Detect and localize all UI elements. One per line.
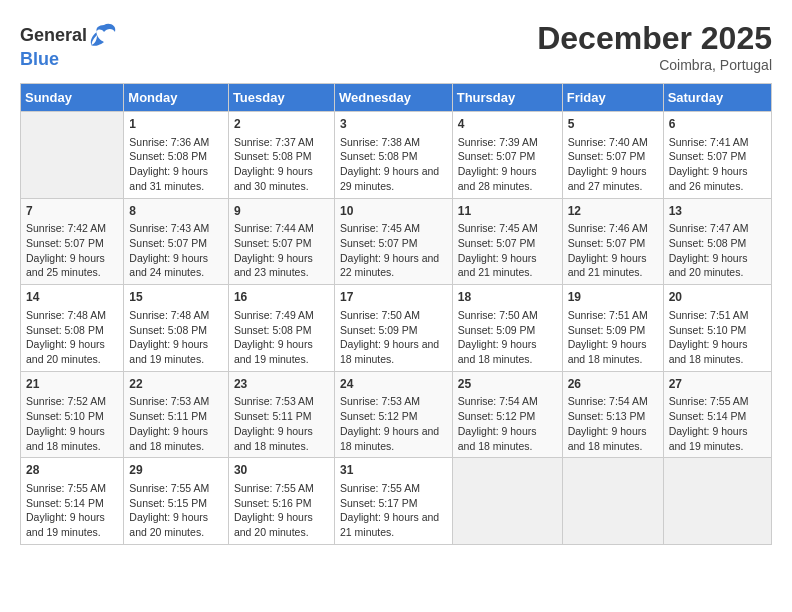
sunset: Sunset: 5:10 PM: [669, 324, 747, 336]
sunset: Sunset: 5:12 PM: [458, 410, 536, 422]
day-cell: [452, 458, 562, 545]
daylight: Daylight: 9 hours and 21 minutes.: [458, 252, 537, 279]
sunset: Sunset: 5:13 PM: [568, 410, 646, 422]
day-cell: 1Sunrise: 7:36 AMSunset: 5:08 PMDaylight…: [124, 112, 229, 199]
sunset: Sunset: 5:10 PM: [26, 410, 104, 422]
day-number: 7: [26, 203, 118, 220]
day-cell: 26Sunrise: 7:54 AMSunset: 5:13 PMDayligh…: [562, 371, 663, 458]
day-cell: 27Sunrise: 7:55 AMSunset: 5:14 PMDayligh…: [663, 371, 771, 458]
day-cell: 25Sunrise: 7:54 AMSunset: 5:12 PMDayligh…: [452, 371, 562, 458]
sunrise: Sunrise: 7:38 AM: [340, 136, 420, 148]
sunrise: Sunrise: 7:45 AM: [458, 222, 538, 234]
subtitle: Coimbra, Portugal: [537, 57, 772, 73]
day-number: 14: [26, 289, 118, 306]
sunset: Sunset: 5:08 PM: [340, 150, 418, 162]
day-cell: 30Sunrise: 7:55 AMSunset: 5:16 PMDayligh…: [228, 458, 334, 545]
sunrise: Sunrise: 7:42 AM: [26, 222, 106, 234]
day-cell: 22Sunrise: 7:53 AMSunset: 5:11 PMDayligh…: [124, 371, 229, 458]
daylight: Daylight: 9 hours and 21 minutes.: [340, 511, 439, 538]
day-number: 21: [26, 376, 118, 393]
sunrise: Sunrise: 7:51 AM: [568, 309, 648, 321]
day-cell: 15Sunrise: 7:48 AMSunset: 5:08 PMDayligh…: [124, 285, 229, 372]
logo-blue: Blue: [20, 49, 59, 69]
daylight: Daylight: 9 hours and 30 minutes.: [234, 165, 313, 192]
daylight: Daylight: 9 hours and 19 minutes.: [234, 338, 313, 365]
daylight: Daylight: 9 hours and 18 minutes.: [568, 338, 647, 365]
day-cell: 10Sunrise: 7:45 AMSunset: 5:07 PMDayligh…: [334, 198, 452, 285]
daylight: Daylight: 9 hours and 20 minutes.: [26, 338, 105, 365]
col-header-thursday: Thursday: [452, 84, 562, 112]
sunrise: Sunrise: 7:55 AM: [234, 482, 314, 494]
sunrise: Sunrise: 7:46 AM: [568, 222, 648, 234]
week-row-3: 14Sunrise: 7:48 AMSunset: 5:08 PMDayligh…: [21, 285, 772, 372]
day-cell: [21, 112, 124, 199]
sunrise: Sunrise: 7:55 AM: [26, 482, 106, 494]
day-number: 18: [458, 289, 557, 306]
daylight: Daylight: 9 hours and 18 minutes.: [669, 338, 748, 365]
sunrise: Sunrise: 7:50 AM: [458, 309, 538, 321]
sunset: Sunset: 5:17 PM: [340, 497, 418, 509]
daylight: Daylight: 9 hours and 19 minutes.: [26, 511, 105, 538]
day-number: 22: [129, 376, 223, 393]
day-cell: 5Sunrise: 7:40 AMSunset: 5:07 PMDaylight…: [562, 112, 663, 199]
daylight: Daylight: 9 hours and 18 minutes.: [26, 425, 105, 452]
sunset: Sunset: 5:11 PM: [129, 410, 207, 422]
calendar-table: SundayMondayTuesdayWednesdayThursdayFrid…: [20, 83, 772, 545]
sunset: Sunset: 5:07 PM: [340, 237, 418, 249]
daylight: Daylight: 9 hours and 18 minutes.: [568, 425, 647, 452]
sunrise: Sunrise: 7:54 AM: [458, 395, 538, 407]
day-cell: 17Sunrise: 7:50 AMSunset: 5:09 PMDayligh…: [334, 285, 452, 372]
daylight: Daylight: 9 hours and 18 minutes.: [340, 338, 439, 365]
sunrise: Sunrise: 7:47 AM: [669, 222, 749, 234]
sunrise: Sunrise: 7:53 AM: [340, 395, 420, 407]
daylight: Daylight: 9 hours and 18 minutes.: [458, 338, 537, 365]
day-number: 30: [234, 462, 329, 479]
sunset: Sunset: 5:07 PM: [568, 150, 646, 162]
daylight: Daylight: 9 hours and 20 minutes.: [669, 252, 748, 279]
day-cell: 12Sunrise: 7:46 AMSunset: 5:07 PMDayligh…: [562, 198, 663, 285]
sunrise: Sunrise: 7:39 AM: [458, 136, 538, 148]
logo-general: General: [20, 26, 87, 44]
sunrise: Sunrise: 7:55 AM: [129, 482, 209, 494]
day-number: 5: [568, 116, 658, 133]
daylight: Daylight: 9 hours and 25 minutes.: [26, 252, 105, 279]
day-number: 15: [129, 289, 223, 306]
col-header-monday: Monday: [124, 84, 229, 112]
sunrise: Sunrise: 7:40 AM: [568, 136, 648, 148]
day-cell: 11Sunrise: 7:45 AMSunset: 5:07 PMDayligh…: [452, 198, 562, 285]
sunset: Sunset: 5:07 PM: [129, 237, 207, 249]
sunset: Sunset: 5:07 PM: [234, 237, 312, 249]
sunrise: Sunrise: 7:41 AM: [669, 136, 749, 148]
col-header-sunday: Sunday: [21, 84, 124, 112]
sunset: Sunset: 5:08 PM: [26, 324, 104, 336]
day-number: 11: [458, 203, 557, 220]
sunset: Sunset: 5:16 PM: [234, 497, 312, 509]
page-header: General Blue December 2025 Coimbra, Port…: [20, 20, 772, 73]
daylight: Daylight: 9 hours and 18 minutes.: [234, 425, 313, 452]
daylight: Daylight: 9 hours and 27 minutes.: [568, 165, 647, 192]
day-number: 23: [234, 376, 329, 393]
sunset: Sunset: 5:07 PM: [568, 237, 646, 249]
sunrise: Sunrise: 7:52 AM: [26, 395, 106, 407]
logo-bird-icon: [89, 20, 119, 50]
week-row-2: 7Sunrise: 7:42 AMSunset: 5:07 PMDaylight…: [21, 198, 772, 285]
sunrise: Sunrise: 7:48 AM: [129, 309, 209, 321]
sunrise: Sunrise: 7:44 AM: [234, 222, 314, 234]
sunset: Sunset: 5:08 PM: [669, 237, 747, 249]
sunset: Sunset: 5:07 PM: [458, 237, 536, 249]
sunset: Sunset: 5:11 PM: [234, 410, 312, 422]
day-cell: 28Sunrise: 7:55 AMSunset: 5:14 PMDayligh…: [21, 458, 124, 545]
day-number: 25: [458, 376, 557, 393]
col-header-wednesday: Wednesday: [334, 84, 452, 112]
daylight: Daylight: 9 hours and 18 minutes.: [340, 425, 439, 452]
daylight: Daylight: 9 hours and 23 minutes.: [234, 252, 313, 279]
day-number: 27: [669, 376, 766, 393]
sunrise: Sunrise: 7:54 AM: [568, 395, 648, 407]
day-number: 2: [234, 116, 329, 133]
sunset: Sunset: 5:07 PM: [26, 237, 104, 249]
logo: General Blue: [20, 20, 119, 69]
day-cell: 8Sunrise: 7:43 AMSunset: 5:07 PMDaylight…: [124, 198, 229, 285]
day-number: 9: [234, 203, 329, 220]
sunset: Sunset: 5:15 PM: [129, 497, 207, 509]
daylight: Daylight: 9 hours and 18 minutes.: [129, 425, 208, 452]
